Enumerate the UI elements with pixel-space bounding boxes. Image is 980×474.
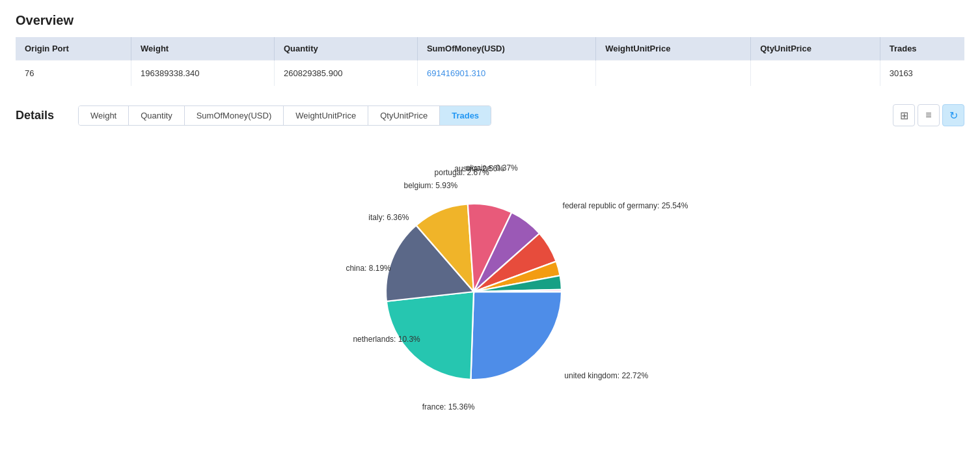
overview-title: Overview xyxy=(16,13,964,28)
pie-label: united kingdom: 22.72% xyxy=(564,371,648,380)
chart-area: federal republic of germany: 25.54%unite… xyxy=(16,142,964,454)
table-header-row: Origin Port Weight Quantity SumOfMoney(U… xyxy=(16,37,964,61)
pie-label: portugal: 2.67% xyxy=(435,168,489,177)
col-quantity: Quantity xyxy=(275,37,418,61)
pie-label: federal republic of germany: 25.54% xyxy=(563,201,688,210)
tab-weight-unit-price[interactable]: WeightUnitPrice xyxy=(284,106,368,125)
icon-group: ⊞ ≡ ↻ xyxy=(893,104,964,126)
cell-origin-port: 76 xyxy=(16,61,131,87)
tab-quantity[interactable]: Quantity xyxy=(129,106,184,125)
chart-view-button[interactable]: ↻ xyxy=(942,104,964,126)
cell-qty-unit-price xyxy=(751,61,880,87)
details-header: Details Weight Quantity SumOfMoney(USD) … xyxy=(16,104,964,126)
pie-chart-svg xyxy=(376,194,571,389)
table-row: 76 196389338.340 260829385.900 691416901… xyxy=(16,61,964,87)
overview-table: Origin Port Weight Quantity SumOfMoney(U… xyxy=(16,37,964,86)
col-weight: Weight xyxy=(131,37,275,61)
table-view-button[interactable]: ⊞ xyxy=(893,104,915,126)
cell-trades: 30163 xyxy=(880,61,964,87)
col-sum-of-money: SumOfMoney(USD) xyxy=(417,37,595,61)
pie-label: ukraine: 0.37% xyxy=(466,163,518,173)
tab-sum-of-money[interactable]: SumOfMoney(USD) xyxy=(185,106,284,125)
pie-label: france: 15.36% xyxy=(422,402,475,411)
col-origin-port: Origin Port xyxy=(16,37,131,61)
cell-weight: 196389338.340 xyxy=(131,61,275,87)
tab-group: Weight Quantity SumOfMoney(USD) WeightUn… xyxy=(78,105,491,126)
list-view-button[interactable]: ≡ xyxy=(918,104,940,126)
tab-qty-unit-price[interactable]: QtyUnitPrice xyxy=(368,106,440,125)
col-qty-unit-price: QtyUnitPrice xyxy=(751,37,880,61)
details-section: Details Weight Quantity SumOfMoney(USD) … xyxy=(16,104,964,454)
cell-sum-of-money: 691416901.310 xyxy=(417,61,595,87)
pie-container: federal republic of germany: 25.54%unite… xyxy=(246,155,734,441)
pie-label: austria: 2.56% xyxy=(454,164,504,173)
col-trades: Trades xyxy=(880,37,964,61)
tab-trades[interactable]: Trades xyxy=(440,106,491,125)
cell-quantity: 260829385.900 xyxy=(275,61,418,87)
tab-weight[interactable]: Weight xyxy=(79,106,129,125)
overview-section: Overview Origin Port Weight Quantity Sum… xyxy=(16,13,964,86)
pie-label: belgium: 5.93% xyxy=(404,181,458,190)
col-weight-unit-price: WeightUnitPrice xyxy=(596,37,751,61)
details-title: Details xyxy=(16,109,68,122)
cell-weight-unit-price xyxy=(596,61,751,87)
